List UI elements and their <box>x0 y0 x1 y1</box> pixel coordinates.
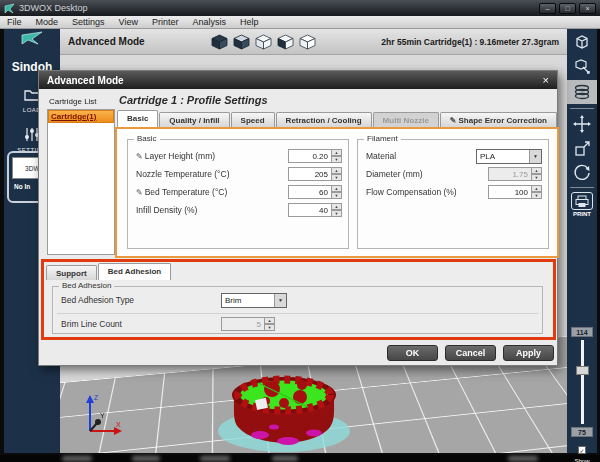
mode-label: Advanced Mode <box>68 36 145 47</box>
profile-settings-dialog: Advanced Mode × Cartridge List Cartridge… <box>38 70 558 366</box>
tab-bed-adhesion[interactable]: Bed Adhesion <box>98 263 171 280</box>
tab-support[interactable]: Support <box>46 265 97 280</box>
view-wireframe-icon[interactable] <box>255 34 272 50</box>
spin-down-icon: ▼ <box>532 174 542 181</box>
basic-tab-panel: Basic ✎Layer Height (mm) 0.20 ▲▼ Nozzle … <box>115 127 559 258</box>
scale-icon[interactable] <box>570 137 594 159</box>
view-half-section-icon[interactable] <box>277 34 294 50</box>
spin-up-icon[interactable]: ▲ <box>332 185 342 192</box>
bed-adhesion-highlight-zone: Support Bed Adhesion Bed Adhesion Bed Ad… <box>41 259 556 340</box>
close-button[interactable]: × <box>579 3 596 14</box>
app-logo-icon <box>4 3 15 14</box>
app-window: 3DWOX Desktop – □ × File Mode Settings V… <box>0 0 600 462</box>
taskbar-item <box>200 456 230 461</box>
taskbar <box>0 455 600 462</box>
cancel-button[interactable]: Cancel <box>445 345 496 361</box>
layer-slider-handle[interactable] <box>576 366 589 375</box>
menu-analysis[interactable]: Analysis <box>185 17 233 27</box>
tab-quality-infill[interactable]: Quality / Infill <box>159 112 229 127</box>
support-adhesion-tab-bar: Support Bed Adhesion <box>46 263 553 280</box>
tab-basic[interactable]: Basic <box>117 110 158 127</box>
view-solid-edges-icon[interactable] <box>233 34 250 50</box>
spin-down-icon[interactable]: ▼ <box>332 192 342 199</box>
spin-down-icon[interactable]: ▼ <box>265 324 275 331</box>
basic-group: Basic ✎Layer Height (mm) 0.20 ▲▼ Nozzle … <box>127 139 349 249</box>
layer-slider[interactable] <box>581 340 584 424</box>
layer-height-value[interactable]: 0.20 <box>288 149 332 163</box>
infill-density-value[interactable]: 40 <box>288 203 332 217</box>
view-mode-buttons <box>211 34 316 50</box>
spin-up-icon[interactable]: ▲ <box>332 149 342 156</box>
layer-height-label: ✎Layer Height (mm) <box>136 151 288 161</box>
tab-speed[interactable]: Speed <box>231 112 275 127</box>
top-detail <box>297 380 307 390</box>
cartridge-list-item-selected[interactable]: Cartridge(1) <box>48 110 114 123</box>
menu-bar: File Mode Settings View Printer Analysis… <box>0 16 600 29</box>
edit-model-icon[interactable] <box>570 55 594 77</box>
menu-help[interactable]: Help <box>233 17 266 27</box>
brim-line-count-value[interactable]: 5 <box>221 317 265 331</box>
top-detail <box>293 390 307 404</box>
spin-up-icon[interactable]: ▲ <box>265 317 275 324</box>
spin-up-icon[interactable]: ▲ <box>332 203 342 210</box>
top-detail <box>279 398 289 408</box>
spin-up-icon[interactable]: ▲ <box>532 185 542 192</box>
sindoh-logo-icon <box>20 31 44 45</box>
nozzle-temp-value[interactable]: 205 <box>288 167 332 181</box>
layer-view-button-active[interactable] <box>567 80 597 104</box>
print-button[interactable]: PRINT <box>567 192 597 217</box>
tab-shape-error-correction[interactable]: ✎Shape Error Correction <box>440 112 557 127</box>
menu-view[interactable]: View <box>112 17 145 27</box>
axis-z-label: Z <box>94 394 99 401</box>
move-icon[interactable] <box>570 113 594 135</box>
layer-height-spinner[interactable]: 0.20 ▲▼ <box>288 149 342 163</box>
bed-adhesion-type-dropdown[interactable]: Brim ▼ <box>221 293 287 308</box>
spin-down-icon[interactable]: ▼ <box>332 210 342 217</box>
filament-group-title: Filament <box>364 134 401 143</box>
filament-group: Filament Material PLA ▼ Diameter (mm) 1.… <box>357 139 549 249</box>
menu-mode[interactable]: Mode <box>29 17 66 27</box>
dialog-title: Advanced Mode <box>47 75 543 86</box>
spin-down-icon[interactable]: ▼ <box>332 174 342 181</box>
menu-printer[interactable]: Printer <box>145 17 186 27</box>
brim-line-count-spinner[interactable]: 5 ▲▼ <box>221 317 275 331</box>
menu-file[interactable]: File <box>0 17 29 27</box>
ok-button[interactable]: OK <box>387 345 438 361</box>
apply-button[interactable]: Apply <box>503 345 554 361</box>
infill-density-spinner[interactable]: 40 ▲▼ <box>288 203 342 217</box>
menu-settings[interactable]: Settings <box>65 17 112 27</box>
dialog-heading: Cartridge 1 : Profile Settings <box>119 94 268 106</box>
minimize-button[interactable]: – <box>539 3 556 14</box>
nozzle-temp-spinner[interactable]: 205 ▲▼ <box>288 167 342 181</box>
view-solid-icon[interactable] <box>211 34 228 50</box>
pencil-icon: ✎ <box>136 152 143 161</box>
profile-tab-bar: Basic Quality / Infill Speed Retraction … <box>117 110 558 127</box>
dropdown-arrow-icon[interactable]: ▼ <box>274 294 286 307</box>
cartridge-list[interactable]: Cartridge(1) <box>47 109 115 255</box>
flow-compensation-value[interactable]: 100 <box>488 185 532 199</box>
bed-adhesion-group-title: Bed Adhesion <box>59 281 114 290</box>
spin-down-icon[interactable]: ▼ <box>332 156 342 163</box>
spin-up-icon[interactable]: ▲ <box>332 167 342 174</box>
right-toolbar: PRINT 114 75 ✓ Show travel path <box>567 29 597 453</box>
material-dropdown[interactable]: PLA ▼ <box>476 149 542 164</box>
dropdown-arrow-icon[interactable]: ▼ <box>529 150 541 163</box>
bed-temp-spinner[interactable]: 60 ▲▼ <box>288 185 342 199</box>
tab-retraction-cooling[interactable]: Retraction / Cooling <box>276 112 372 127</box>
spin-down-icon[interactable]: ▼ <box>532 192 542 199</box>
basic-group-title: Basic <box>134 134 160 143</box>
sliced-model-preview[interactable] <box>212 355 362 453</box>
show-travel-path-toggle[interactable]: ✓ Show travel path <box>567 439 597 462</box>
spin-up-icon: ▲ <box>532 167 542 174</box>
cube-view-icon[interactable] <box>570 31 594 53</box>
dialog-close-icon[interactable]: × <box>543 75 549 86</box>
rotate-icon[interactable] <box>570 161 594 183</box>
support-patch <box>277 437 299 445</box>
view-transparent-icon[interactable] <box>299 34 316 50</box>
group-divider <box>57 313 538 314</box>
top-detail <box>264 381 280 397</box>
maximize-button[interactable]: □ <box>559 3 576 14</box>
flow-compensation-spinner[interactable]: 100 ▲▼ <box>488 185 542 199</box>
bed-temp-value[interactable]: 60 <box>288 185 332 199</box>
travel-path-checkbox[interactable]: ✓ <box>578 446 586 454</box>
